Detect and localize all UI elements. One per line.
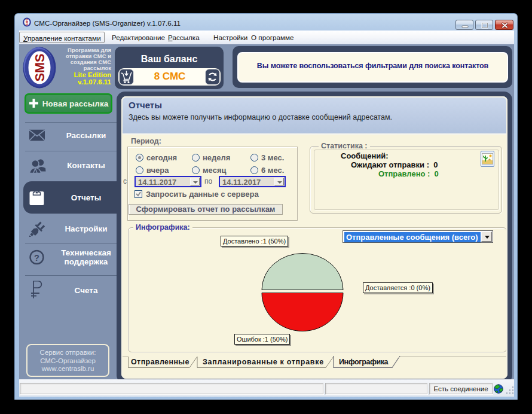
svg-text:SMS: SMS [25, 19, 29, 26]
svg-text:?: ? [34, 253, 39, 263]
svg-text:SMS: SMS [33, 54, 47, 82]
